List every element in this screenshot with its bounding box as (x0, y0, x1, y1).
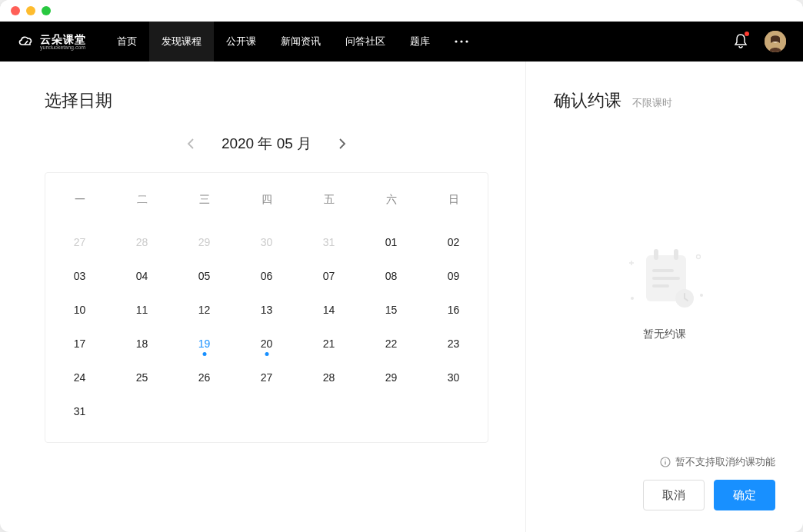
calendar-day[interactable]: 25 (111, 361, 173, 394)
calendar-grid: 一二三四五六日272829303101020304050607080910111… (45, 172, 488, 443)
calendar-day: 30 (235, 225, 298, 259)
calendar-day[interactable]: 21 (298, 327, 360, 361)
weekday-header: 六 (360, 179, 422, 225)
calendar-day[interactable]: 07 (298, 259, 360, 293)
logo-icon (17, 32, 35, 51)
nav-item-1[interactable]: 发现课程 (149, 22, 214, 62)
window-maximize-button[interactable] (42, 6, 51, 15)
calendar-day[interactable]: 22 (360, 327, 422, 361)
booking-title: 确认约课 (554, 89, 621, 112)
calendar-day[interactable]: 23 (422, 327, 485, 361)
info-icon (660, 457, 671, 467)
nav-item-0[interactable]: 首页 (105, 22, 149, 62)
content-area: 选择日期 2020 年 05 月 一二三四五六日2728293031010203… (0, 62, 803, 532)
calendar-day[interactable]: 17 (48, 327, 111, 361)
calendar-day: 28 (111, 225, 173, 259)
calendar-day[interactable]: 16 (422, 293, 485, 327)
notification-dot (745, 32, 749, 36)
nav-item-2[interactable]: 公开课 (214, 22, 268, 62)
calendar-day: 29 (173, 225, 235, 259)
calendar-day[interactable]: 29 (360, 361, 422, 394)
weekday-header: 四 (235, 179, 298, 225)
calendar-day[interactable]: 01 (360, 225, 422, 259)
calendar-day[interactable]: 19 (173, 327, 235, 361)
user-avatar[interactable] (765, 31, 786, 52)
calendar-day[interactable]: 08 (360, 259, 422, 293)
app-window: 云朵课堂 yunduoketang.com 首页发现课程公开课新闻资讯问答社区题… (0, 0, 803, 532)
booking-note-text: 暂不支持取消约课功能 (675, 455, 775, 469)
empty-illustration (618, 244, 711, 314)
svg-point-7 (700, 294, 703, 297)
prev-month-button[interactable] (182, 135, 200, 153)
calendar-day[interactable]: 24 (48, 361, 111, 394)
nav-more[interactable] (442, 40, 481, 43)
calendar-day[interactable]: 30 (422, 361, 485, 394)
svg-rect-9 (654, 249, 658, 260)
empty-text: 暂无约课 (643, 328, 686, 341)
calendar-day[interactable]: 20 (235, 327, 298, 361)
calendar-day[interactable]: 10 (48, 293, 111, 327)
nav-item-4[interactable]: 问答社区 (333, 22, 398, 62)
calendar-day[interactable]: 28 (298, 361, 360, 394)
calendar-day[interactable]: 26 (173, 361, 235, 394)
svg-rect-11 (652, 269, 674, 272)
booking-note: 暂不支持取消约课功能 (554, 455, 775, 469)
svg-rect-17 (665, 461, 665, 464)
svg-rect-10 (674, 249, 678, 260)
event-dot (202, 352, 206, 356)
confirm-button[interactable]: 确定 (714, 480, 775, 510)
booking-panel: 确认约课 不限课时 (526, 62, 803, 532)
window-title-bar (0, 0, 803, 22)
logo-text-cn: 云朵课堂 (40, 34, 86, 45)
nav-items: 首页发现课程公开课新闻资讯问答社区题库 (105, 22, 442, 62)
nav-item-3[interactable]: 新闻资讯 (268, 22, 333, 62)
calendar-day[interactable]: 09 (422, 259, 485, 293)
svg-rect-13 (652, 284, 669, 288)
calendar-day[interactable]: 12 (173, 293, 235, 327)
calendar-day[interactable]: 18 (111, 327, 173, 361)
weekday-header: 一 (48, 179, 111, 225)
calendar-day[interactable]: 06 (235, 259, 298, 293)
booking-header: 确认约课 不限课时 (554, 89, 775, 112)
calendar-day[interactable]: 27 (235, 361, 298, 394)
calendar-day[interactable]: 14 (298, 293, 360, 327)
svg-rect-16 (665, 459, 665, 460)
logo-text-en: yunduoketang.com (40, 45, 86, 50)
event-dot (265, 352, 268, 356)
logo[interactable]: 云朵课堂 yunduoketang.com (17, 32, 86, 51)
calendar-day[interactable]: 05 (173, 259, 235, 293)
chevron-left-icon (187, 138, 195, 149)
booking-actions: 取消 确定 (554, 480, 775, 510)
svg-point-2 (465, 40, 468, 42)
top-nav: 云朵课堂 yunduoketang.com 首页发现课程公开课新闻资讯问答社区题… (0, 22, 803, 62)
weekday-header: 二 (111, 179, 173, 225)
cancel-button[interactable]: 取消 (643, 480, 705, 510)
calendar-day[interactable]: 13 (235, 293, 298, 327)
svg-point-1 (460, 40, 462, 42)
calendar-day[interactable]: 11 (111, 293, 173, 327)
calendar-day[interactable]: 31 (48, 394, 111, 428)
window-minimize-button[interactable] (26, 6, 35, 15)
notification-bell[interactable] (734, 33, 748, 51)
weekday-header: 五 (298, 179, 360, 225)
weekday-header: 三 (173, 179, 235, 225)
calendar-month-label: 2020 年 05 月 (222, 134, 312, 154)
calendar-day: 27 (48, 225, 111, 259)
svg-point-6 (697, 255, 701, 259)
booking-empty-state: 暂无约课 (554, 131, 775, 455)
calendar-day[interactable]: 15 (360, 293, 422, 327)
calendar-day[interactable]: 03 (48, 259, 111, 293)
date-picker-panel: 选择日期 2020 年 05 月 一二三四五六日2728293031010203… (0, 62, 526, 532)
calendar-day[interactable]: 02 (422, 225, 485, 259)
svg-point-5 (631, 297, 634, 300)
booking-subtitle: 不限课时 (632, 96, 672, 110)
calendar-day[interactable]: 04 (111, 259, 173, 293)
date-picker-title: 选择日期 (45, 89, 488, 112)
next-month-button[interactable] (333, 135, 352, 153)
svg-rect-12 (652, 277, 680, 280)
nav-item-5[interactable]: 题库 (398, 22, 442, 62)
calendar-header: 2020 年 05 月 (45, 134, 488, 154)
weekday-header: 日 (422, 179, 485, 225)
window-close-button[interactable] (11, 6, 20, 15)
calendar-day: 31 (298, 225, 360, 259)
